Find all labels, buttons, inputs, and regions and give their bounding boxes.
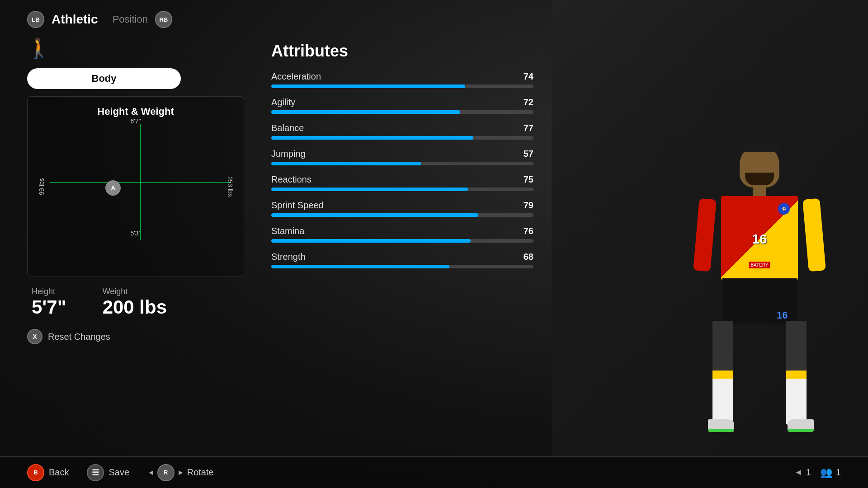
menu-button[interactable]: ☰ — [87, 464, 104, 481]
attr-row: Jumping 57 — [271, 149, 533, 165]
attr-row: Balance 77 — [271, 123, 533, 140]
attr-name-5: Sprint Speed — [271, 200, 324, 211]
attr-header-3: Jumping 57 — [271, 149, 533, 159]
indicator-1-group: ◄ 1 — [794, 467, 811, 478]
attr-value-4: 75 — [524, 174, 533, 185]
weight-display: Weight 200 lbs — [103, 287, 167, 318]
attr-header-4: Reactions 75 — [271, 174, 533, 185]
attributes-panel: Attributes Acceleration 74 Agility 72 Ba… — [271, 37, 841, 488]
height-label: Height — [32, 287, 66, 296]
indicator-2-group: 👥 1 — [820, 467, 841, 479]
indicator-2-value: 1 — [836, 467, 841, 478]
back-button-group[interactable]: B Back — [27, 464, 69, 481]
tab-athletic[interactable]: Athletic — [52, 12, 98, 27]
attr-bar-bg-3 — [271, 162, 533, 165]
axis-left-label: 99 lbs — [38, 178, 45, 195]
attr-header-5: Sprint Speed 79 — [271, 200, 533, 211]
attr-bar-bg-4 — [271, 188, 533, 191]
vertical-crosshair — [140, 124, 141, 240]
attr-value-5: 79 — [524, 200, 533, 211]
left-arrow-icon: ◄ — [147, 469, 155, 477]
attr-header-6: Stamina 76 — [271, 226, 533, 236]
attr-row: Sprint Speed 79 — [271, 200, 533, 217]
attributes-title: Attributes — [271, 42, 841, 61]
tab-position[interactable]: Position — [113, 14, 148, 25]
left-panel: 🚶 Body Height & Weight 6'7" 5'3" 99 lbs … — [27, 37, 253, 488]
attr-bar-fill-6 — [271, 239, 471, 243]
weight-value: 200 lbs — [103, 296, 167, 318]
save-label: Save — [108, 467, 129, 478]
save-button-group[interactable]: ☰ Save — [87, 464, 129, 481]
attributes-list: Acceleration 74 Agility 72 Balance 77 — [271, 71, 533, 268]
attr-header-1: Agility 72 — [271, 97, 533, 108]
attr-bar-bg-5 — [271, 213, 533, 217]
attr-name-4: Reactions — [271, 174, 311, 185]
attr-header-0: Acceleration 74 — [271, 71, 533, 82]
chart-position-dot[interactable]: A — [105, 180, 121, 196]
height-display: Height 5'7" — [32, 287, 66, 318]
main-layout: 🚶 Body Height & Weight 6'7" 5'3" 99 lbs … — [0, 28, 868, 488]
rb-button[interactable]: RB — [155, 11, 172, 28]
attr-bar-bg-1 — [271, 110, 533, 114]
attr-name-6: Stamina — [271, 226, 304, 236]
reset-changes-area: X Reset Changes — [27, 329, 253, 344]
attr-name-7: Strength — [271, 252, 306, 262]
attr-value-6: 76 — [524, 226, 533, 236]
attr-name-1: Agility — [271, 97, 295, 108]
attr-name-2: Balance — [271, 123, 304, 133]
left-indicator-arrow: ◄ — [794, 468, 802, 477]
r-stick-icon[interactable]: R — [157, 464, 175, 481]
x-button[interactable]: X — [27, 329, 42, 344]
hw-display: Height 5'7" Weight 200 lbs — [27, 287, 253, 318]
attr-bar-fill-3 — [271, 162, 421, 165]
height-value: 5'7" — [32, 296, 66, 318]
indicator-1-value: 1 — [806, 467, 811, 478]
attr-bar-bg-6 — [271, 239, 533, 243]
attr-name-0: Acceleration — [271, 71, 321, 82]
reset-label: Reset Changes — [48, 332, 110, 342]
attr-name-3: Jumping — [271, 149, 306, 159]
rotate-label: Rotate — [187, 467, 214, 478]
people-icon: 👥 — [820, 467, 832, 479]
height-weight-chart: Height & Weight 6'7" 5'3" 99 lbs 253 lbs… — [27, 96, 244, 277]
attr-row: Stamina 76 — [271, 226, 533, 243]
weight-label: Weight — [103, 287, 167, 296]
body-tab[interactable]: Body — [27, 68, 181, 89]
person-icon: 🚶 — [27, 37, 253, 59]
chart-title: Height & Weight — [37, 106, 235, 117]
b-button[interactable]: B — [27, 464, 44, 481]
bottom-bar: B Back ☰ Save ◄ R ► Rotate ◄ 1 👥 1 — [0, 456, 868, 488]
attr-value-3: 57 — [524, 149, 533, 159]
attr-row: Strength 68 — [271, 252, 533, 268]
attr-bar-fill-5 — [271, 213, 478, 217]
right-arrow-icon: ► — [177, 469, 184, 477]
top-nav: LB Athletic Position RB — [0, 0, 868, 28]
lb-button[interactable]: LB — [27, 11, 44, 28]
attr-row: Reactions 75 — [271, 174, 533, 191]
attr-bar-bg-2 — [271, 136, 533, 140]
attr-value-0: 74 — [524, 71, 533, 82]
bottom-right-indicators: ◄ 1 👥 1 — [794, 467, 841, 479]
attr-header-2: Balance 77 — [271, 123, 533, 133]
attr-row: Acceleration 74 — [271, 71, 533, 88]
attr-bar-bg-7 — [271, 265, 533, 268]
attr-bar-fill-2 — [271, 136, 473, 140]
attr-value-1: 72 — [524, 97, 533, 108]
back-label: Back — [49, 467, 69, 478]
attr-value-2: 77 — [524, 123, 533, 133]
attr-bar-bg-0 — [271, 84, 533, 88]
attr-header-7: Strength 68 — [271, 252, 533, 262]
main-content: LB Athletic Position RB 🚶 Body Height & … — [0, 0, 868, 488]
attr-bar-fill-7 — [271, 265, 449, 268]
attr-value-7: 68 — [524, 252, 533, 262]
attr-row: Agility 72 — [271, 97, 533, 114]
attr-bar-fill-4 — [271, 188, 468, 191]
attr-bar-fill-1 — [271, 110, 460, 114]
chart-area: A — [50, 124, 230, 240]
attr-bar-fill-0 — [271, 84, 465, 88]
rotate-button-group[interactable]: ◄ R ► Rotate — [147, 464, 214, 481]
